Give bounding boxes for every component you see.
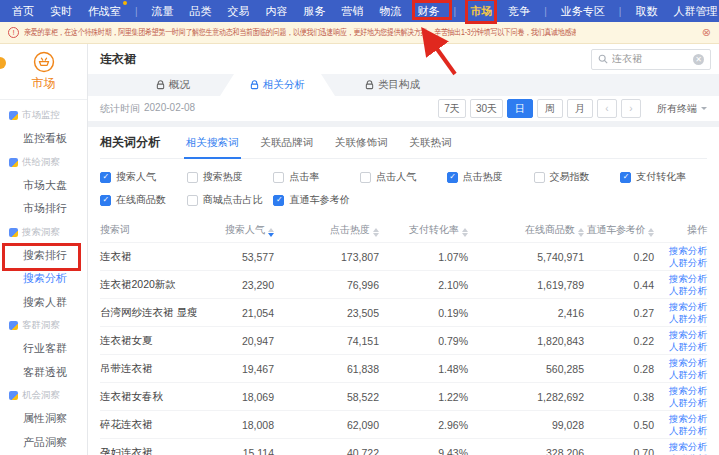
value-cell: 0.79% (379, 335, 468, 347)
sidebar-group-header: 机会洞察 (0, 384, 87, 407)
notice-body: 亲爱的掌柜，在这个特殊时期，阿里集团希望第一时间了解您生意动态和当前面临的问题，… (24, 26, 576, 39)
nav-item[interactable]: 内容 (264, 1, 290, 21)
sidebar-item[interactable]: 产品洞察 (0, 431, 87, 455)
keywords-table: 搜索词搜索人气点击热度支付转化率在线商品数直通车参考价操作连衣裙53,57717… (100, 218, 707, 455)
sidebar-item[interactable]: 客群透视 (0, 361, 87, 385)
sidebar-item[interactable]: 市场大盘 (0, 174, 87, 198)
metric-label: 点击人气 (376, 170, 416, 184)
notice-text: 亲爱的掌柜，在这个特殊时期，阿里集团希望第一时间了解您生意动态和当前面临的问题，… (24, 27, 576, 39)
nav-item[interactable]: 品类 (188, 1, 214, 21)
search-input[interactable] (612, 54, 689, 65)
value-cell: 23,290 (207, 279, 274, 291)
word-tab[interactable]: 关联品牌词 (261, 127, 314, 158)
nav-item[interactable]: 财务 (416, 1, 442, 21)
crowd-analysis-link[interactable]: 人群分析 (669, 341, 707, 353)
tab-lock-icon (156, 80, 165, 90)
metric-checkbox[interactable]: 搜索人气 (100, 170, 187, 184)
sidebar-item[interactable]: 搜索分析 (0, 267, 87, 291)
metric-checkbox[interactable]: 支付转化率 (620, 170, 707, 184)
word-tab[interactable]: 相关搜索词 (186, 127, 239, 158)
search-analysis-link[interactable]: 搜索分析 (669, 245, 707, 257)
crowd-analysis-link[interactable]: 人群分析 (669, 285, 707, 297)
column-header[interactable]: 点击热度 (274, 223, 379, 237)
value-cell: 0.38 (584, 391, 654, 403)
range-button[interactable]: 月 (567, 99, 593, 118)
column-header-label: 直通车参考价 (587, 224, 645, 235)
nav-item-label: 竞争 (508, 5, 530, 17)
value-cell: 0.50 (584, 419, 654, 431)
range-button[interactable]: ‹ (597, 99, 617, 118)
nav-item[interactable]: 竞争 (506, 1, 532, 21)
metric-checkbox[interactable]: 在线商品数 (100, 193, 187, 207)
nav-item[interactable]: 取数 (633, 1, 659, 21)
metric-checkbox[interactable]: 商城点击占比 (187, 193, 274, 207)
crowd-analysis-link[interactable]: 人群分析 (669, 369, 707, 381)
keyword-search-box: ✕ (591, 49, 711, 70)
column-header-label: 支付转化率 (409, 224, 459, 235)
metric-checkbox[interactable]: 交易指数 (534, 170, 621, 184)
nav-item[interactable]: 物流 (378, 1, 404, 21)
column-header[interactable]: 在线商品数 (468, 223, 584, 237)
range-button[interactable]: 30天 (470, 99, 503, 118)
sidebar-item[interactable]: 行业客群 (0, 337, 87, 361)
value-cell: 1,282,692 (468, 391, 584, 403)
range-button[interactable]: › (621, 99, 641, 118)
nav-item-label: 物流 (380, 5, 402, 17)
tab-item[interactable]: 概况 (126, 74, 220, 96)
crowd-analysis-link[interactable]: 人群分析 (669, 257, 707, 269)
metric-checkbox[interactable]: 点击热度 (447, 170, 534, 184)
column-header[interactable]: 支付转化率 (379, 223, 468, 237)
crowd-analysis-link[interactable]: 人群分析 (669, 397, 707, 409)
terminal-dropdown[interactable]: 所有终端 (657, 102, 707, 116)
sidebar-item[interactable]: 监控看板 (0, 127, 87, 151)
nav-item[interactable]: 交易 (226, 1, 252, 21)
notice-close-icon[interactable]: ⊗ (702, 26, 711, 39)
search-analysis-link[interactable]: 搜索分析 (669, 273, 707, 285)
nav-item[interactable]: 营销 (340, 1, 366, 21)
value-cell: 0.70 (584, 447, 654, 455)
nav-item[interactable]: 流量 (150, 1, 176, 21)
nav-item[interactable]: 人群管理 (671, 1, 719, 21)
metric-checkbox[interactable]: 搜索热度 (187, 170, 274, 184)
range-button[interactable]: 7天 (438, 99, 466, 118)
search-analysis-link[interactable]: 搜索分析 (669, 385, 707, 397)
search-analysis-link[interactable]: 搜索分析 (669, 357, 707, 369)
nav-item[interactable]: 首页 (10, 1, 36, 21)
range-button[interactable]: 日 (507, 99, 533, 118)
main-content: 连衣裙 ✕ 概况相关分析类目构成 统计时间 2020-02-08 (88, 44, 719, 455)
search-analysis-link[interactable]: 搜索分析 (669, 329, 707, 341)
search-analysis-link[interactable]: 搜索分析 (669, 441, 707, 453)
nav-item[interactable]: 服务 (302, 1, 328, 21)
search-analysis-link[interactable]: 搜索分析 (669, 413, 707, 425)
tab-item[interactable]: 类目构成 (335, 74, 450, 96)
metric-checkbox[interactable]: 点击率 (273, 170, 360, 184)
metric-checkboxes: 搜索人气搜索热度点击率点击人气点击热度交易指数支付转化率在线商品数商城点击占比直… (100, 159, 707, 218)
sidebar-item[interactable]: 市场排行 (0, 197, 87, 221)
metric-checkbox[interactable]: 点击人气 (360, 170, 447, 184)
column-header: 操作 (654, 223, 707, 237)
search-analysis-link[interactable]: 搜索分析 (669, 301, 707, 313)
nav-item[interactable]: 业务专区 (559, 1, 607, 21)
value-cell: 1.22% (379, 391, 468, 403)
crowd-analysis-link[interactable]: 人群分析 (669, 313, 707, 325)
sidebar-item[interactable]: 搜索人群 (0, 291, 87, 315)
sidebar-item[interactable]: 属性洞察 (0, 407, 87, 431)
metric-checkbox[interactable]: 直通车参考价 (273, 193, 360, 207)
nav-item-label: 品类 (190, 5, 212, 17)
nav-item[interactable]: 市场 (468, 1, 494, 21)
tab-label: 相关分析 (263, 78, 305, 92)
word-tab[interactable]: 关联修饰词 (335, 127, 388, 158)
tab-active[interactable]: 相关分析 (220, 74, 335, 96)
nav-item[interactable]: 实时 (48, 1, 74, 21)
value-cell: 15,114 (207, 447, 274, 455)
crowd-analysis-link[interactable]: 人群分析 (669, 425, 707, 437)
sidebar-item[interactable]: 搜索排行 (0, 244, 87, 268)
nav-item[interactable]: 作战室 (86, 1, 123, 21)
value-cell: 0.28 (584, 363, 654, 375)
nav-item-label: 市场 (470, 5, 492, 17)
column-header[interactable]: 直通车参考价 (584, 223, 654, 237)
range-button[interactable]: 周 (537, 99, 563, 118)
clear-search-icon[interactable]: ✕ (693, 54, 704, 65)
word-tab[interactable]: 关联热词 (410, 127, 452, 158)
column-header[interactable]: 搜索人气 (207, 223, 274, 237)
